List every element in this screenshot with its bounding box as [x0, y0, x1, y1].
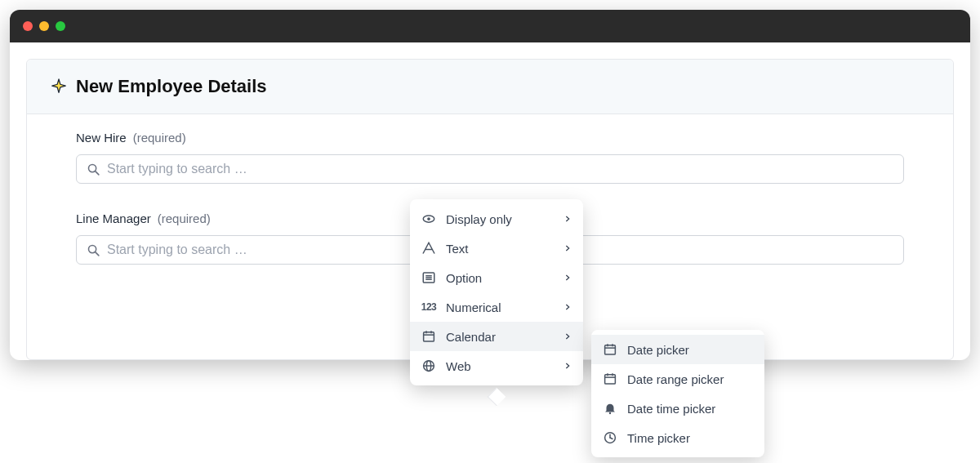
- field-label: New Hire: [76, 131, 127, 145]
- globe-icon: [421, 358, 436, 373]
- chevron-right-icon: [564, 215, 572, 223]
- popover-arrow-icon: [488, 388, 506, 407]
- field-required-text: (required): [133, 131, 186, 145]
- menu-label: Time picker: [627, 431, 753, 445]
- bell-icon: [603, 401, 617, 416]
- svg-rect-24: [605, 375, 616, 384]
- menu-label: Option: [446, 271, 554, 285]
- chevron-right-icon: [564, 274, 572, 282]
- clock-icon: [603, 430, 617, 445]
- maximize-window-button[interactable]: [56, 21, 65, 31]
- menu-label: Display only: [446, 212, 554, 226]
- search-input-wrap[interactable]: [76, 154, 904, 184]
- menu-item-text[interactable]: Text: [410, 234, 583, 263]
- calendar-icon: [421, 329, 436, 344]
- chevron-right-icon: [564, 303, 572, 311]
- sparkle-icon: [50, 78, 68, 96]
- text-icon: [421, 241, 436, 256]
- submenu-item-date-picker[interactable]: Date picker: [591, 335, 764, 364]
- submenu-item-time-picker[interactable]: Time picker: [591, 423, 764, 452]
- calendar-icon: [603, 342, 617, 357]
- content-area: New Employee Details New Hire (required): [10, 59, 970, 360]
- chevron-right-icon: [564, 244, 572, 252]
- panel-title: New Employee Details: [76, 76, 267, 97]
- menu-item-numerical[interactable]: 123 Numerical: [410, 292, 583, 322]
- svg-rect-20: [605, 345, 616, 354]
- field-label: Line Manager: [76, 211, 151, 225]
- submenu-item-date-range-picker[interactable]: Date range picker: [591, 364, 764, 394]
- numbers-icon: 123: [421, 300, 436, 314]
- eye-icon: [421, 211, 436, 226]
- titlebar: [10, 10, 970, 42]
- search-icon: [87, 162, 100, 176]
- svg-line-3: [96, 252, 99, 255]
- svg-point-28: [609, 412, 611, 414]
- svg-point-8: [427, 217, 430, 220]
- svg-rect-13: [424, 332, 434, 341]
- app-window: New Employee Details New Hire (required): [10, 10, 970, 360]
- minimize-window-button[interactable]: [39, 21, 49, 31]
- chevron-right-icon: [564, 332, 572, 341]
- chevron-right-icon: [564, 362, 572, 370]
- element-type-menu: Display only Text Option 123 Numerical: [410, 199, 583, 385]
- list-icon: [421, 270, 436, 285]
- menu-item-web[interactable]: Web: [410, 351, 583, 381]
- calendar-submenu: Date picker Date range picker Date time …: [591, 330, 764, 457]
- menu-label: Date picker: [627, 343, 753, 357]
- submenu-item-date-time-picker[interactable]: Date time picker: [591, 394, 764, 423]
- svg-line-31: [610, 438, 612, 439]
- field-label-row: New Hire (required): [76, 131, 904, 145]
- calendar-icon: [603, 372, 617, 386]
- search-icon: [87, 243, 100, 257]
- menu-label: Numerical: [446, 301, 554, 314]
- menu-label: Date time picker: [627, 402, 753, 416]
- menu-item-option[interactable]: Option: [410, 263, 583, 292]
- menu-label: Date range picker: [627, 372, 753, 386]
- field-new-hire: New Hire (required): [76, 131, 904, 184]
- menu-label: Calendar: [446, 330, 554, 344]
- menu-item-display-only[interactable]: Display only: [410, 204, 583, 234]
- menu-label: Web: [446, 359, 554, 373]
- close-window-button[interactable]: [23, 21, 33, 31]
- panel-header: New Employee Details: [27, 60, 953, 114]
- field-required-text: (required): [158, 211, 211, 225]
- new-hire-search-input[interactable]: [107, 162, 893, 176]
- menu-item-calendar[interactable]: Calendar: [410, 322, 583, 351]
- svg-line-1: [96, 171, 99, 174]
- menu-label: Text: [446, 242, 554, 256]
